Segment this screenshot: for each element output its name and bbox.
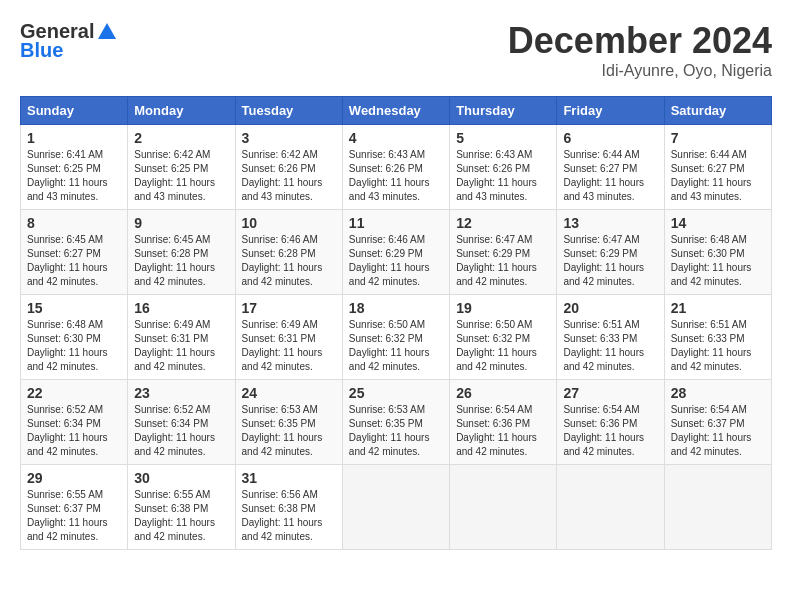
month-title: December 2024	[508, 20, 772, 62]
day-number: 11	[349, 215, 443, 231]
day-info: Sunrise: 6:54 AM Sunset: 6:36 PM Dayligh…	[456, 403, 550, 459]
calendar-cell: 19 Sunrise: 6:50 AM Sunset: 6:32 PM Dayl…	[450, 295, 557, 380]
day-info: Sunrise: 6:54 AM Sunset: 6:37 PM Dayligh…	[671, 403, 765, 459]
calendar-cell: 30 Sunrise: 6:55 AM Sunset: 6:38 PM Dayl…	[128, 465, 235, 550]
calendar-cell: 24 Sunrise: 6:53 AM Sunset: 6:35 PM Dayl…	[235, 380, 342, 465]
day-info: Sunrise: 6:49 AM Sunset: 6:31 PM Dayligh…	[134, 318, 228, 374]
calendar-cell: 7 Sunrise: 6:44 AM Sunset: 6:27 PM Dayli…	[664, 125, 771, 210]
day-info: Sunrise: 6:54 AM Sunset: 6:36 PM Dayligh…	[563, 403, 657, 459]
calendar-table: SundayMondayTuesdayWednesdayThursdayFrid…	[20, 96, 772, 550]
calendar-cell: 14 Sunrise: 6:48 AM Sunset: 6:30 PM Dayl…	[664, 210, 771, 295]
day-number: 12	[456, 215, 550, 231]
day-number: 15	[27, 300, 121, 316]
calendar-cell: 3 Sunrise: 6:42 AM Sunset: 6:26 PM Dayli…	[235, 125, 342, 210]
day-info: Sunrise: 6:46 AM Sunset: 6:28 PM Dayligh…	[242, 233, 336, 289]
calendar-cell: 13 Sunrise: 6:47 AM Sunset: 6:29 PM Dayl…	[557, 210, 664, 295]
day-number: 30	[134, 470, 228, 486]
page-header: General Blue December 2024 Idi-Ayunre, O…	[20, 20, 772, 80]
weekday-header: Monday	[128, 97, 235, 125]
day-info: Sunrise: 6:50 AM Sunset: 6:32 PM Dayligh…	[349, 318, 443, 374]
day-number: 18	[349, 300, 443, 316]
title-block: December 2024 Idi-Ayunre, Oyo, Nigeria	[508, 20, 772, 80]
day-number: 2	[134, 130, 228, 146]
weekday-header: Wednesday	[342, 97, 449, 125]
calendar-cell	[342, 465, 449, 550]
calendar-cell	[450, 465, 557, 550]
calendar-cell: 25 Sunrise: 6:53 AM Sunset: 6:35 PM Dayl…	[342, 380, 449, 465]
day-number: 23	[134, 385, 228, 401]
day-number: 7	[671, 130, 765, 146]
day-info: Sunrise: 6:51 AM Sunset: 6:33 PM Dayligh…	[671, 318, 765, 374]
calendar-cell: 2 Sunrise: 6:42 AM Sunset: 6:25 PM Dayli…	[128, 125, 235, 210]
calendar-cell: 4 Sunrise: 6:43 AM Sunset: 6:26 PM Dayli…	[342, 125, 449, 210]
day-number: 31	[242, 470, 336, 486]
day-number: 17	[242, 300, 336, 316]
day-number: 19	[456, 300, 550, 316]
calendar-cell: 16 Sunrise: 6:49 AM Sunset: 6:31 PM Dayl…	[128, 295, 235, 380]
day-info: Sunrise: 6:52 AM Sunset: 6:34 PM Dayligh…	[134, 403, 228, 459]
calendar-cell	[664, 465, 771, 550]
logo: General Blue	[20, 20, 120, 62]
weekday-header: Thursday	[450, 97, 557, 125]
day-number: 1	[27, 130, 121, 146]
calendar-cell: 11 Sunrise: 6:46 AM Sunset: 6:29 PM Dayl…	[342, 210, 449, 295]
calendar-cell: 23 Sunrise: 6:52 AM Sunset: 6:34 PM Dayl…	[128, 380, 235, 465]
day-number: 25	[349, 385, 443, 401]
day-info: Sunrise: 6:49 AM Sunset: 6:31 PM Dayligh…	[242, 318, 336, 374]
day-info: Sunrise: 6:48 AM Sunset: 6:30 PM Dayligh…	[671, 233, 765, 289]
day-info: Sunrise: 6:41 AM Sunset: 6:25 PM Dayligh…	[27, 148, 121, 204]
calendar-cell: 27 Sunrise: 6:54 AM Sunset: 6:36 PM Dayl…	[557, 380, 664, 465]
weekday-header: Friday	[557, 97, 664, 125]
weekday-header: Sunday	[21, 97, 128, 125]
day-number: 3	[242, 130, 336, 146]
day-number: 14	[671, 215, 765, 231]
day-number: 16	[134, 300, 228, 316]
day-number: 8	[27, 215, 121, 231]
day-info: Sunrise: 6:43 AM Sunset: 6:26 PM Dayligh…	[349, 148, 443, 204]
day-number: 9	[134, 215, 228, 231]
calendar-cell: 22 Sunrise: 6:52 AM Sunset: 6:34 PM Dayl…	[21, 380, 128, 465]
day-info: Sunrise: 6:55 AM Sunset: 6:37 PM Dayligh…	[27, 488, 121, 544]
calendar-cell: 17 Sunrise: 6:49 AM Sunset: 6:31 PM Dayl…	[235, 295, 342, 380]
calendar-cell: 31 Sunrise: 6:56 AM Sunset: 6:38 PM Dayl…	[235, 465, 342, 550]
day-number: 5	[456, 130, 550, 146]
calendar-cell: 5 Sunrise: 6:43 AM Sunset: 6:26 PM Dayli…	[450, 125, 557, 210]
day-info: Sunrise: 6:53 AM Sunset: 6:35 PM Dayligh…	[349, 403, 443, 459]
day-info: Sunrise: 6:48 AM Sunset: 6:30 PM Dayligh…	[27, 318, 121, 374]
day-info: Sunrise: 6:52 AM Sunset: 6:34 PM Dayligh…	[27, 403, 121, 459]
calendar-cell: 26 Sunrise: 6:54 AM Sunset: 6:36 PM Dayl…	[450, 380, 557, 465]
day-number: 6	[563, 130, 657, 146]
day-info: Sunrise: 6:45 AM Sunset: 6:28 PM Dayligh…	[134, 233, 228, 289]
calendar-cell	[557, 465, 664, 550]
day-info: Sunrise: 6:42 AM Sunset: 6:25 PM Dayligh…	[134, 148, 228, 204]
calendar-cell: 10 Sunrise: 6:46 AM Sunset: 6:28 PM Dayl…	[235, 210, 342, 295]
day-number: 26	[456, 385, 550, 401]
calendar-cell: 12 Sunrise: 6:47 AM Sunset: 6:29 PM Dayl…	[450, 210, 557, 295]
weekday-header: Saturday	[664, 97, 771, 125]
day-info: Sunrise: 6:56 AM Sunset: 6:38 PM Dayligh…	[242, 488, 336, 544]
day-info: Sunrise: 6:44 AM Sunset: 6:27 PM Dayligh…	[563, 148, 657, 204]
day-number: 20	[563, 300, 657, 316]
svg-marker-0	[98, 23, 116, 39]
calendar-cell: 15 Sunrise: 6:48 AM Sunset: 6:30 PM Dayl…	[21, 295, 128, 380]
day-number: 10	[242, 215, 336, 231]
logo-icon	[96, 21, 118, 43]
day-info: Sunrise: 6:50 AM Sunset: 6:32 PM Dayligh…	[456, 318, 550, 374]
day-info: Sunrise: 6:55 AM Sunset: 6:38 PM Dayligh…	[134, 488, 228, 544]
day-number: 27	[563, 385, 657, 401]
day-number: 28	[671, 385, 765, 401]
day-info: Sunrise: 6:42 AM Sunset: 6:26 PM Dayligh…	[242, 148, 336, 204]
day-info: Sunrise: 6:45 AM Sunset: 6:27 PM Dayligh…	[27, 233, 121, 289]
calendar-cell: 8 Sunrise: 6:45 AM Sunset: 6:27 PM Dayli…	[21, 210, 128, 295]
calendar-cell: 28 Sunrise: 6:54 AM Sunset: 6:37 PM Dayl…	[664, 380, 771, 465]
day-number: 21	[671, 300, 765, 316]
calendar-cell: 9 Sunrise: 6:45 AM Sunset: 6:28 PM Dayli…	[128, 210, 235, 295]
day-info: Sunrise: 6:46 AM Sunset: 6:29 PM Dayligh…	[349, 233, 443, 289]
weekday-header: Tuesday	[235, 97, 342, 125]
day-info: Sunrise: 6:43 AM Sunset: 6:26 PM Dayligh…	[456, 148, 550, 204]
calendar-cell: 20 Sunrise: 6:51 AM Sunset: 6:33 PM Dayl…	[557, 295, 664, 380]
day-info: Sunrise: 6:47 AM Sunset: 6:29 PM Dayligh…	[456, 233, 550, 289]
location-title: Idi-Ayunre, Oyo, Nigeria	[508, 62, 772, 80]
calendar-cell: 18 Sunrise: 6:50 AM Sunset: 6:32 PM Dayl…	[342, 295, 449, 380]
day-number: 24	[242, 385, 336, 401]
